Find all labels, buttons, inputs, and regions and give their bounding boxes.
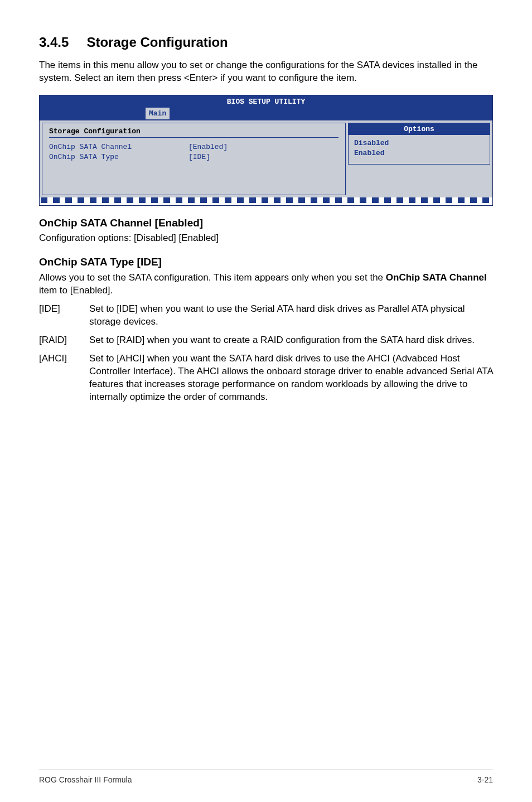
bios-option-disabled[interactable]: Disabled (354, 138, 484, 148)
bios-row-sata-type[interactable]: OnChip SATA Type [IDE] (49, 152, 338, 162)
bios-options-header: Options (349, 123, 490, 136)
option-desc: Set to [RAID] when you want to create a … (89, 334, 493, 347)
option-desc: Set to [AHCI] when you want the SATA har… (89, 352, 493, 404)
sub2-body: Allows you to set the SATA configuration… (39, 272, 493, 297)
bios-title: BIOS SETUP UTILITY (40, 95, 492, 108)
option-key: [AHCI] (39, 352, 89, 404)
option-list: [IDE] Set to [IDE] when you want to use … (39, 303, 493, 404)
subheading-onchip-sata-type: OnChip SATA Type [IDE] (39, 255, 493, 269)
sub2-pre: Allows you to set the SATA configuration… (39, 272, 386, 283)
bios-option-enabled[interactable]: Enabled (354, 148, 484, 158)
bios-right-panel: Options Disabled Enabled (348, 123, 490, 195)
option-row-ide: [IDE] Set to [IDE] when you want to use … (39, 303, 493, 328)
sub1-body: Configuration options: [Disabled] [Enabl… (39, 232, 493, 245)
bios-screenshot: BIOS SETUP UTILITY Main Storage Configur… (39, 95, 493, 206)
bios-tab-row: Main (40, 108, 492, 119)
sub2-post: item to [Enabled]. (39, 285, 113, 296)
section-heading: 3.4.5Storage Configuration (39, 33, 493, 51)
subheading-onchip-sata-channel: OnChip SATA Channel [Enabled] (39, 216, 493, 230)
option-desc: Set to [IDE] when you want to use the Se… (89, 303, 493, 328)
section-number: 3.4.5 (39, 33, 69, 51)
bios-divider-dashes (41, 197, 491, 203)
bios-left-panel: Storage Configuration OnChip SATA Channe… (42, 123, 346, 195)
option-row-ahci: [AHCI] Set to [AHCI] when you want the S… (39, 352, 493, 404)
bios-body: Storage Configuration OnChip SATA Channe… (40, 119, 492, 197)
bios-panel-heading: Storage Configuration (49, 127, 338, 138)
bios-row-value: [Enabled] (188, 142, 228, 152)
bios-row-label: OnChip SATA Type (49, 152, 188, 162)
bios-row-sata-channel[interactable]: OnChip SATA Channel [Enabled] (49, 142, 338, 152)
bios-row-value: [IDE] (188, 152, 210, 162)
section-title-text: Storage Configuration (86, 35, 228, 50)
option-row-raid: [RAID] Set to [RAID] when you want to cr… (39, 334, 493, 347)
option-key: [IDE] (39, 303, 89, 328)
option-key: [RAID] (39, 334, 89, 347)
bios-tab-main[interactable]: Main (146, 108, 170, 119)
bios-row-label: OnChip SATA Channel (49, 142, 188, 152)
sub2-bold: OnChip SATA Channel (386, 272, 487, 283)
intro-paragraph: The items in this menu allow you to set … (39, 59, 493, 85)
